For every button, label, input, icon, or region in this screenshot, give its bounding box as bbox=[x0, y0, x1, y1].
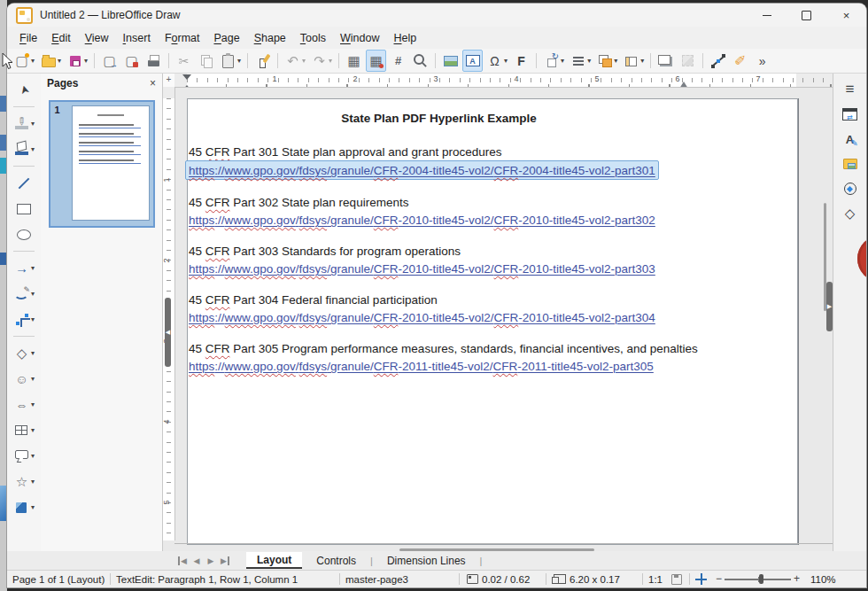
dropdown-caret-icon[interactable]: ▾ bbox=[31, 120, 35, 128]
zoom-slider-thumb[interactable] bbox=[759, 574, 763, 584]
menu-page[interactable]: Page bbox=[206, 29, 246, 47]
zoom-in-icon[interactable]: + bbox=[794, 572, 800, 585]
fontwork-button[interactable] bbox=[511, 50, 531, 72]
export-button[interactable] bbox=[99, 50, 120, 72]
document-title[interactable]: State Plan PDF Hyperlink Example bbox=[189, 111, 689, 127]
dropdown-caret-icon[interactable]: ▾ bbox=[504, 57, 508, 65]
page-thumbnail[interactable]: 1 bbox=[49, 100, 155, 228]
maximize-button[interactable] bbox=[787, 4, 826, 27]
lines-arrows-button[interactable]: ▾ bbox=[8, 256, 40, 280]
gluepoints-button[interactable] bbox=[730, 50, 750, 72]
close-button[interactable]: × bbox=[826, 4, 866, 27]
arrange-button[interactable]: ▾ bbox=[594, 50, 619, 72]
dropdown-caret-icon[interactable]: ▾ bbox=[31, 375, 35, 383]
dropdown-caret-icon[interactable]: ▾ bbox=[561, 57, 564, 65]
new-document-button[interactable]: ▾ bbox=[12, 50, 36, 72]
block-arrows-button[interactable]: ▾ bbox=[8, 393, 40, 416]
horizontal-scrollbar[interactable] bbox=[399, 548, 594, 551]
horizontal-ruler[interactable]: 1 2 3 4 5 6 7 bbox=[174, 74, 833, 88]
insert-image-button[interactable] bbox=[440, 50, 461, 72]
hyperlink-part305[interactable]: https://www.gpo.gov/fdsys/granule/CFR-20… bbox=[189, 360, 654, 373]
ellipse-button[interactable] bbox=[8, 222, 40, 246]
3d-objects-button[interactable]: ▾ bbox=[8, 495, 40, 519]
styles-button[interactable] bbox=[836, 128, 864, 151]
menu-file[interactable]: File bbox=[12, 29, 44, 47]
sidebar-menu-button[interactable] bbox=[836, 78, 864, 101]
dropdown-caret-icon[interactable]: ▾ bbox=[84, 57, 88, 65]
fill-color-button[interactable]: ▾ bbox=[8, 137, 40, 161]
sidebar-splitter[interactable]: ▶ bbox=[826, 282, 833, 331]
helplines-button[interactable] bbox=[388, 50, 408, 72]
dropdown-caret-icon[interactable]: ▾ bbox=[237, 57, 241, 65]
dropdown-caret-icon[interactable]: ▾ bbox=[31, 478, 35, 486]
pages-panel-splitter[interactable]: ◀ bbox=[165, 298, 171, 367]
last-page-button[interactable]: ▶ bbox=[218, 556, 232, 565]
curves-polygons-button[interactable]: ▾ bbox=[8, 282, 40, 306]
drawing-page[interactable]: State Plan PDF Hyperlink Example 45 CFR … bbox=[187, 98, 798, 545]
rectangle-button[interactable] bbox=[8, 197, 40, 221]
dropdown-caret-icon[interactable]: ▾ bbox=[31, 290, 35, 298]
zoom-button[interactable] bbox=[410, 50, 430, 72]
fit-page-icon[interactable] bbox=[695, 573, 707, 585]
tab-controls[interactable]: Controls bbox=[306, 553, 367, 568]
hyperlink-part303[interactable]: https://www.gpo.gov/fdsys/granule/CFR-20… bbox=[189, 262, 655, 276]
select-button[interactable] bbox=[8, 78, 40, 102]
dropdown-caret-icon[interactable]: ▾ bbox=[31, 57, 35, 65]
pages-panel-close-icon[interactable]: × bbox=[150, 77, 156, 89]
dropdown-caret-icon[interactable]: ▾ bbox=[587, 57, 591, 65]
zoom-out-icon[interactable]: − bbox=[716, 572, 722, 585]
first-page-button[interactable]: ◀ bbox=[175, 556, 190, 565]
align-objects-button[interactable]: ▾ bbox=[568, 50, 593, 72]
minimize-button[interactable] bbox=[747, 4, 787, 27]
right-indent-marker[interactable] bbox=[679, 77, 688, 88]
hyperlink-part302[interactable]: https://www.gpo.gov/fdsys/granule/CFR-20… bbox=[189, 214, 655, 227]
selected-hyperlink-box[interactable]: https://www.gpo.gov/fdsys/granule/CFR-20… bbox=[185, 160, 659, 180]
status-scale[interactable]: 1:1 bbox=[643, 574, 668, 585]
hyperlink-part301[interactable]: https://www.gpo.gov/fdsys/granule/CFR-20… bbox=[189, 164, 655, 177]
paste-button[interactable]: ▾ bbox=[218, 50, 243, 72]
insert-text-box-button[interactable] bbox=[462, 50, 483, 72]
hyperlink-part304[interactable]: https://www.gpo.gov/fdsys/granule/CFR-20… bbox=[189, 311, 655, 324]
clone-formatting-button[interactable] bbox=[252, 50, 273, 72]
special-character-button[interactable]: ▾ bbox=[484, 50, 509, 72]
insert-line-button[interactable] bbox=[8, 171, 40, 195]
open-button[interactable]: ▾ bbox=[38, 50, 63, 72]
dropdown-caret-icon[interactable]: ▾ bbox=[31, 503, 35, 511]
entry-label[interactable]: 45 CFR Part 305 Program performance meas… bbox=[189, 341, 689, 357]
dropdown-caret-icon[interactable]: ▾ bbox=[31, 452, 35, 460]
callouts-button[interactable]: ▾ bbox=[8, 444, 40, 468]
dropdown-caret-icon[interactable]: ▾ bbox=[31, 264, 35, 272]
menu-insert[interactable]: Insert bbox=[116, 29, 158, 47]
dropdown-caret-icon[interactable]: ▾ bbox=[58, 57, 61, 65]
entry-label[interactable]: 45 CFR Part 303 Standards for program op… bbox=[189, 244, 689, 260]
zoom-percent[interactable]: 110% bbox=[805, 574, 841, 585]
line-style-button[interactable]: ▾ bbox=[8, 112, 40, 136]
entry-label[interactable]: 45 CFR Part 304 Federal financial partic… bbox=[189, 292, 689, 308]
transformations-button[interactable]: ▾ bbox=[541, 50, 566, 72]
menu-window[interactable]: Window bbox=[333, 29, 386, 47]
display-grid-button[interactable] bbox=[344, 50, 364, 72]
entry-label[interactable]: 45 CFR Part 302 State plan requirements bbox=[189, 195, 689, 211]
snap-to-grid-button[interactable] bbox=[366, 50, 386, 72]
connectors-button[interactable]: ▾ bbox=[8, 307, 40, 331]
print-button[interactable] bbox=[143, 50, 164, 72]
menu-help[interactable]: Help bbox=[387, 29, 424, 47]
dropdown-caret-icon[interactable]: ▾ bbox=[31, 349, 35, 357]
zoom-slider[interactable]: − + bbox=[716, 573, 800, 585]
entry-label[interactable]: 45 CFR Part 301 State plan approval and … bbox=[189, 144, 689, 160]
menu-view[interactable]: View bbox=[78, 29, 116, 47]
dropdown-caret-icon[interactable]: ▾ bbox=[31, 426, 35, 434]
export-pdf-button[interactable] bbox=[121, 50, 142, 72]
distribute-button[interactable]: ▾ bbox=[621, 50, 646, 72]
drawing-canvas[interactable]: + 1 2 3 4 5 6 7 1 2 3 bbox=[163, 74, 833, 551]
indent-marker[interactable] bbox=[182, 74, 191, 84]
document-modified-icon[interactable] bbox=[671, 574, 682, 585]
previous-page-button[interactable]: ◀ bbox=[190, 556, 204, 565]
menu-shape[interactable]: Shape bbox=[247, 29, 293, 47]
shadow-button[interactable] bbox=[655, 50, 676, 72]
dropdown-caret-icon[interactable]: ▾ bbox=[302, 57, 306, 65]
next-page-button[interactable]: ▶ bbox=[204, 556, 218, 565]
overflow-button[interactable] bbox=[752, 50, 772, 72]
shapes-panel-button[interactable] bbox=[836, 202, 864, 225]
dropdown-caret-icon[interactable]: ▾ bbox=[614, 57, 617, 65]
